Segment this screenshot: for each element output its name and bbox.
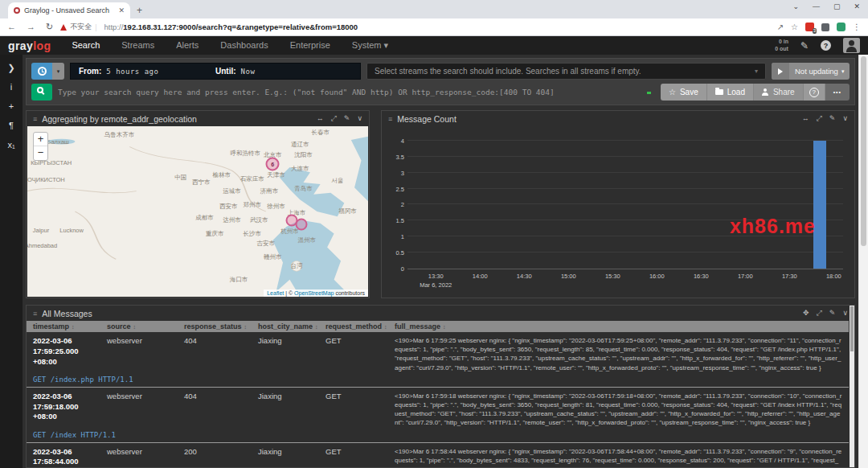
edit-profile-icon[interactable]: ✎	[800, 40, 809, 51]
map-body[interactable]: БалхашКЫРГЫЗСТАНТОҶИКИСТОН乌鲁木齐市中国西宁市呼和浩特…	[27, 126, 368, 297]
expand-icon[interactable]: ⤢	[817, 310, 822, 317]
map-city-label: 西安市	[219, 203, 238, 211]
more-actions-button[interactable]: •••	[825, 84, 850, 101]
sort-icon[interactable]: ↕	[133, 324, 137, 330]
load-button[interactable]: Load	[707, 84, 754, 101]
drag-handle-icon[interactable]: ≡	[388, 115, 392, 123]
nav-item-enterprise[interactable]: Enterprise	[290, 40, 330, 51]
sort-icon[interactable]: ↕	[443, 324, 446, 330]
browser-menu-icon[interactable]: ⋮	[853, 23, 861, 31]
create-icon[interactable]: +	[9, 102, 14, 111]
arrows-h-icon[interactable]: ↔	[317, 115, 324, 122]
user-menu-icon[interactable]	[843, 38, 860, 53]
column-header-full_message[interactable]: full_message↕	[395, 322, 849, 330]
table-scrollbar-thumb[interactable]	[850, 306, 854, 351]
column-header-response_status[interactable]: response_status↕	[184, 322, 253, 330]
table-scrollbar[interactable]	[850, 306, 854, 467]
timerange-caret-button[interactable]: ▾	[52, 63, 64, 80]
highlighting-icon[interactable]: ¶	[9, 121, 14, 130]
search-icon	[37, 87, 43, 93]
arrows-h-icon[interactable]: ↔	[802, 115, 809, 122]
share-button[interactable]: Share	[754, 84, 804, 101]
edit-icon[interactable]: ✎	[344, 115, 350, 122]
drag-handle-icon[interactable]: ≡	[33, 115, 37, 123]
description-icon[interactable]: i	[10, 83, 12, 92]
close-icon[interactable]: ✕	[854, 2, 860, 10]
refresh-button[interactable]: Not updating ▾	[772, 63, 850, 80]
page-scrollbar-thumb[interactable]	[861, 56, 866, 246]
forward-icon[interactable]: →	[27, 23, 35, 31]
column-header-request_method[interactable]: request_method↕	[326, 322, 390, 330]
browser-tab[interactable]: Graylog - Unsaved Search ✕	[8, 2, 130, 18]
nav-item-streams[interactable]: Streams	[121, 40, 154, 51]
sort-icon[interactable]: ↕	[72, 324, 75, 330]
map-city-label: 通辽市	[291, 141, 309, 149]
until-label: Until:	[215, 67, 236, 76]
query-helper-bulb-icon[interactable]	[645, 91, 653, 94]
chart-bar[interactable]	[813, 141, 826, 269]
tab-search-icon[interactable]: ⌄	[792, 2, 799, 10]
play-segment[interactable]	[772, 63, 789, 80]
message-row[interactable]: 2022-03-06 17:59:18.000 +08:00webserver4…	[27, 388, 849, 443]
chart-plot[interactable]: 00.511.522.533.5413:30Mar 6, 202214:0014…	[407, 134, 843, 269]
maximize-icon[interactable]: ▢	[833, 2, 841, 10]
zoom-out-button[interactable]: −	[34, 146, 47, 160]
message-summary[interactable]: GET /index.php HTTP/1.1	[33, 376, 849, 384]
fields-icon[interactable]: x₁	[7, 141, 14, 150]
edit-icon[interactable]: ✎	[829, 310, 836, 317]
drag-handle-icon[interactable]: ≡	[33, 310, 37, 318]
edit-icon[interactable]: ✎	[829, 115, 836, 122]
browser-tabstrip: Graylog - Unsaved Search ✕ + ⌄—▢✕	[0, 0, 868, 18]
share-icon[interactable]: ↗	[777, 23, 784, 31]
back-icon[interactable]: ←	[7, 23, 16, 31]
collapse-chevron-icon[interactable]: ∨	[357, 115, 362, 122]
stream-select[interactable]: Select streams the search should include…	[366, 63, 766, 80]
zoom-in-button[interactable]: +	[34, 133, 47, 146]
column-header-host_city_name[interactable]: host_city_name↕	[258, 322, 321, 330]
nav-item-system[interactable]: System ▾	[352, 40, 388, 51]
url-field[interactable]: http://192.168.31.127:9000/search?q=&ran…	[104, 23, 770, 31]
minimize-icon[interactable]: —	[813, 2, 820, 10]
nav-item-alerts[interactable]: Alerts	[176, 40, 199, 51]
sort-icon[interactable]: ↕	[244, 324, 248, 330]
timerange-button[interactable]	[31, 63, 52, 80]
map-city-label: Балхаш	[47, 138, 68, 146]
sidebar-toggle-icon[interactable]: ❯	[7, 64, 14, 72]
extensions-puzzle-icon[interactable]	[821, 23, 829, 31]
collapse-chevron-icon[interactable]: ∨	[842, 310, 848, 317]
collapse-chevron-icon[interactable]: ∨	[842, 115, 848, 122]
move-icon[interactable]: ✥	[803, 310, 809, 317]
bookmark-star-icon[interactable]: ☆	[791, 23, 798, 31]
extension-green-icon[interactable]	[837, 23, 845, 31]
sort-icon[interactable]: ↕	[384, 324, 387, 330]
search-query-input[interactable]	[58, 84, 637, 101]
security-badge[interactable]: 不安全 |	[60, 22, 96, 32]
expand-icon[interactable]: ⤢	[817, 115, 822, 122]
extension-red-icon[interactable]: 3	[805, 23, 814, 31]
stream-select-placeholder: Select streams the search should include…	[375, 67, 641, 76]
tab-close-icon[interactable]: ✕	[118, 6, 125, 14]
timerange-field[interactable]: From: 5 hours ago Until: Now	[70, 63, 361, 80]
osm-link[interactable]: OpenStreetMap	[294, 290, 334, 296]
column-header-source[interactable]: source↕	[107, 322, 179, 330]
map-zoom-control: + −	[33, 132, 48, 161]
map-marker[interactable]: 6	[266, 157, 280, 170]
message-row[interactable]: 2022-03-06 17:59:25.000 +08:00webserver4…	[27, 332, 849, 388]
message-summary[interactable]: GET /index HTTP/1.1	[33, 431, 849, 439]
map-marker[interactable]	[296, 218, 308, 230]
new-tab-button[interactable]: +	[137, 5, 142, 16]
nav-item-dashboards[interactable]: Dashboards	[220, 40, 268, 51]
search-help-button[interactable]: ?	[804, 84, 825, 101]
message-row[interactable]: 2022-03-06 17:58:44.000 +08:00webserver2…	[27, 443, 849, 468]
reload-icon[interactable]: ↻	[46, 23, 53, 31]
sort-icon[interactable]: ↕	[315, 324, 318, 330]
nav-item-search[interactable]: Search	[72, 40, 100, 51]
save-button[interactable]: ☆Save	[661, 84, 707, 101]
expand-icon[interactable]: ⤢	[331, 115, 337, 122]
leaflet-link[interactable]: Leaflet	[267, 290, 284, 296]
help-icon[interactable]: ?	[821, 40, 831, 51]
column-header-timestamp[interactable]: timestamp↕	[33, 322, 102, 330]
search-button[interactable]	[31, 84, 52, 101]
page-scrollbar[interactable]	[858, 55, 868, 468]
graylog-logo[interactable]: graylog	[8, 39, 51, 52]
